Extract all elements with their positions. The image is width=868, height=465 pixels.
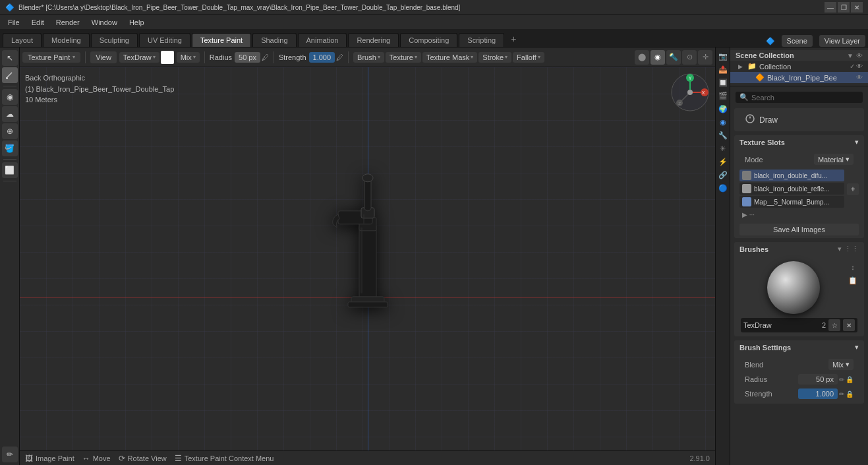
brush-favorite-button[interactable]: ☆	[828, 319, 840, 331]
mode-dropdown[interactable]: Texture Paint ▾	[22, 52, 80, 63]
view-layer-selector[interactable]: View Layer	[819, 35, 865, 47]
strength-lock-icon[interactable]: 🔒	[846, 390, 854, 398]
texture-expand-icon[interactable]: ▶ ···	[742, 211, 755, 218]
brushes-section-header[interactable]: Brushes ▾ ⋮⋮	[734, 242, 864, 256]
properties-material-icon[interactable]: 🔵	[717, 182, 729, 194]
texture-mask-dropdown[interactable]: Texture Mask ▾	[422, 52, 477, 63]
draw-section-header[interactable]: Draw	[734, 108, 864, 131]
tab-texture-paint[interactable]: Texture Paint	[192, 33, 251, 47]
brush-icon-2[interactable]: 📋	[847, 274, 859, 286]
tool-annotate[interactable]: ✏	[2, 447, 18, 462]
stroke-dropdown[interactable]: Stroke ▾	[478, 52, 511, 63]
viewport-shading-material[interactable]: ◉	[651, 50, 665, 65]
strength-value[interactable]: 1.000	[309, 52, 335, 63]
tab-animation[interactable]: Animation	[298, 33, 347, 47]
properties-physics-icon[interactable]: ⚡	[717, 156, 729, 168]
viewport-shading-solid[interactable]: ⬤	[635, 50, 649, 65]
rotate-view-tool[interactable]: ⟳ Rotate View	[119, 454, 167, 463]
brush-settings-header[interactable]: Brush Settings ▾	[734, 340, 864, 354]
brushes-options-icon[interactable]: ⋮⋮	[844, 245, 859, 253]
radius-group: Radius 50 px 🖊	[210, 52, 269, 63]
collection-item[interactable]: ▶ 📁 Collection ✓ 👁	[730, 61, 868, 72]
tool-draw[interactable]	[2, 67, 18, 83]
tool-smear[interactable]: ☁	[2, 106, 18, 122]
texture-slots-header[interactable]: Texture Slots ▾	[734, 135, 864, 149]
properties-view-layer-icon[interactable]: 🔲	[717, 77, 729, 88]
properties-output-icon[interactable]: 📤	[717, 63, 729, 75]
properties-particle-icon[interactable]: ✳	[717, 142, 729, 154]
menu-help[interactable]: Help	[124, 17, 150, 28]
properties-constraints-icon[interactable]: 🔗	[717, 169, 729, 181]
tool-fill[interactable]: 🪣	[2, 140, 18, 156]
strength-edit-icon[interactable]: ✏	[839, 390, 844, 398]
tab-rendering[interactable]: Rendering	[348, 33, 399, 47]
properties-modifier-icon[interactable]: 🔧	[717, 129, 729, 141]
radius-value[interactable]: 50 px	[235, 52, 260, 63]
tab-uv-editing[interactable]: UV Editing	[139, 33, 190, 47]
move-tool-bottom[interactable]: ↔ Move	[82, 454, 111, 463]
object-eye-icon[interactable]: 👁	[856, 74, 863, 81]
tab-scripting[interactable]: Scripting	[459, 33, 504, 47]
radius-lock-icon[interactable]: 🔒	[846, 376, 854, 383]
outliner-eye-icon[interactable]: 👁	[856, 52, 863, 59]
mode-select[interactable]: Material ▾	[814, 154, 854, 165]
viewport-shading-render[interactable]: 🔦	[666, 50, 681, 65]
viewport-gizmo[interactable]: ✛	[698, 50, 712, 65]
outliner-filter-icon[interactable]: ▼	[847, 52, 854, 59]
blend-settings-select[interactable]: Mix ▾	[828, 359, 854, 370]
radius-edit-icon[interactable]: ✏	[839, 376, 844, 383]
brush-remove-button[interactable]: ✕	[843, 319, 855, 331]
menu-render[interactable]: Render	[51, 17, 85, 28]
brush-icon-1[interactable]: ↕	[847, 261, 859, 273]
menu-edit[interactable]: Edit	[26, 17, 49, 28]
properties-scene-icon[interactable]: 🎬	[717, 90, 729, 102]
save-all-images-button[interactable]: Save All Images	[739, 224, 859, 235]
collection-visibility-icon[interactable]: ✓	[850, 63, 855, 70]
viewport-overlay[interactable]: ⊙	[682, 50, 697, 65]
texture-slot-0[interactable]: black_iron_double_difu...	[739, 170, 844, 181]
add-texture-button[interactable]: +	[847, 183, 859, 195]
brushes-expand-icon[interactable]: ▾	[838, 245, 842, 253]
titlebar-controls[interactable]: — ❐ ✕	[825, 2, 863, 13]
tab-shading[interactable]: Shading	[252, 33, 296, 47]
properties-render-icon[interactable]: 📷	[717, 50, 729, 62]
tab-sculpting[interactable]: Sculpting	[91, 33, 138, 47]
navigation-gizmo[interactable]: X Y Z	[670, 73, 710, 112]
add-workspace-button[interactable]: +	[506, 31, 521, 47]
tool-clone[interactable]: ⊕	[2, 123, 18, 139]
menu-file[interactable]: File	[3, 17, 25, 28]
tab-compositing[interactable]: Compositing	[400, 33, 457, 47]
texture-dropdown[interactable]: Texture ▾	[386, 52, 421, 63]
color-swatch[interactable]	[161, 51, 174, 64]
strength-settings-value[interactable]: 1.000	[798, 388, 838, 399]
view-button[interactable]: View	[90, 51, 117, 63]
texture-slot-2[interactable]: Map__5_Normal_Bump...	[739, 196, 844, 208]
radius-settings-value[interactable]: 50 px	[798, 374, 838, 385]
tool-soften[interactable]: ◉	[2, 89, 18, 105]
brush-dropdown[interactable]: TexDraw ▾	[119, 52, 159, 63]
close-button[interactable]: ✕	[851, 2, 863, 13]
move-label: Move	[93, 454, 111, 462]
panel-search[interactable]: 🔍	[736, 92, 863, 103]
collection-eye-icon[interactable]: 👁	[856, 63, 863, 70]
object-item[interactable]: 🔶 Black_Iron_Pipe_Bee 👁	[730, 72, 868, 83]
panel-search-input[interactable]	[751, 94, 859, 102]
tab-layout[interactable]: Layout	[3, 33, 42, 47]
minimize-button[interactable]: —	[825, 2, 836, 13]
tool-mask[interactable]: ⬜	[2, 162, 18, 178]
image-paint-mode[interactable]: 🖼 Image Paint	[25, 454, 74, 463]
maximize-button[interactable]: ❐	[838, 2, 850, 13]
menu-window[interactable]: Window	[86, 17, 123, 28]
texture-slot-1[interactable]: black_iron_double_refle...	[739, 183, 844, 195]
tab-modeling[interactable]: Modeling	[43, 33, 90, 47]
brush-extra-dropdown[interactable]: Brush ▾	[353, 52, 384, 63]
viewport[interactable]: Back Orthographic (1) Black_Iron_Pipe_Be…	[20, 67, 715, 450]
blend-dropdown[interactable]: Mix ▾	[177, 52, 200, 63]
properties-world-icon[interactable]: 🌍	[717, 103, 729, 115]
falloff-dropdown[interactable]: Falloff ▾	[513, 52, 544, 63]
collection-expand-icon[interactable]: ▶	[738, 63, 745, 70]
context-menu-bottom[interactable]: ☰ Texture Paint Context Menu	[175, 454, 274, 463]
tool-select[interactable]: ↖	[2, 50, 18, 66]
scene-selector[interactable]: Scene	[782, 35, 813, 47]
properties-object-data-icon[interactable]: ◉	[717, 116, 729, 128]
